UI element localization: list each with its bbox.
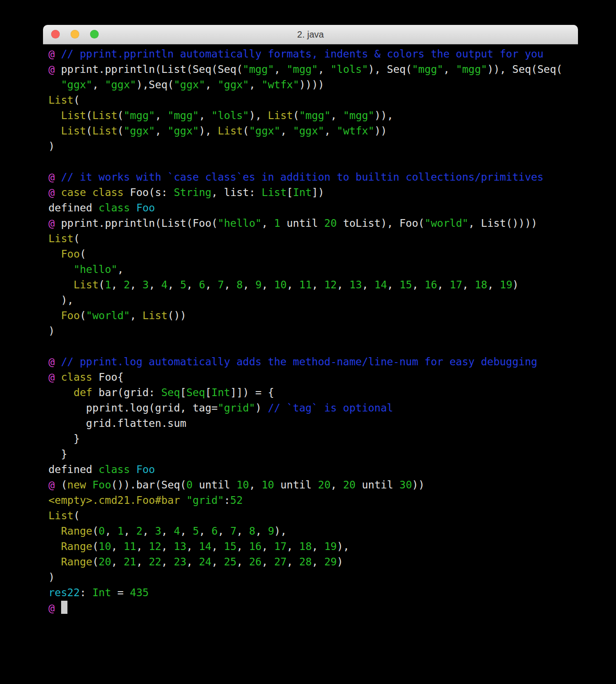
terminal-line: List(1, 2, 3, 4, 5, 6, 7, 8, 9, 10, 11, … [48, 277, 578, 292]
terminal-line: defined class Foo [48, 462, 578, 477]
terminal-line: @ (new Foo()).bar(Seq(0 until 10, 10 unt… [48, 477, 578, 493]
terminal-line: Range(10, 11, 12, 13, 14, 15, 16, 17, 18… [48, 539, 578, 554]
terminal-line: List(List("mgg", "mgg", "lols"), List("m… [48, 108, 578, 123]
window-controls [51, 30, 99, 38]
terminal-line [48, 154, 578, 169]
close-button[interactable] [51, 30, 60, 38]
terminal-line: pprint.log(grid, tag="grid") // `tag` is… [48, 400, 578, 416]
terminal-line: res22: Int = 435 [48, 585, 578, 600]
terminal-line: Range(20, 21, 22, 23, 24, 25, 26, 27, 28… [48, 554, 578, 569]
terminal-line: List( [48, 231, 578, 246]
terminal-line: "hello", [48, 262, 578, 277]
terminal-line [48, 339, 578, 354]
terminal-line: @ // pprint.log automatically adds the m… [48, 354, 578, 369]
terminal-line: } [48, 431, 578, 446]
terminal-line: @ [48, 600, 578, 616]
terminal-line: Range(0, 1, 2, 3, 4, 5, 6, 7, 8, 9), [48, 523, 578, 539]
terminal-line: <empty>.cmd21.Foo#bar "grid":52 [48, 493, 578, 508]
terminal-line: @ pprint.pprintln(List(Seq(Seq("mgg", "m… [48, 62, 578, 77]
terminal-cursor [61, 601, 67, 614]
terminal-line: ), [48, 292, 578, 308]
terminal-line: Foo( [48, 246, 578, 262]
terminal-line: List(List("ggx", "ggx"), List("ggx", "gg… [48, 123, 578, 139]
terminal-line: @ // pprint.pprintln automatically forma… [48, 46, 578, 62]
terminal-line: "ggx", "ggx"),Seq("ggx", "ggx", "wtfx"))… [48, 77, 578, 92]
terminal-line: Foo("world", List()) [48, 308, 578, 323]
terminal-line: grid.flatten.sum [48, 416, 578, 431]
terminal-line: ) [48, 323, 578, 339]
terminal-line: @ class Foo{ [48, 369, 578, 385]
terminal-line: @ case class Foo(s: String, list: List[I… [48, 185, 578, 200]
terminal-line: @ pprint.pprintln(List(Foo("hello", 1 un… [48, 215, 578, 231]
terminal-line: ) [48, 569, 578, 585]
terminal-line: @ // it works with `case class`es in add… [48, 169, 578, 185]
window-titlebar[interactable]: 2. java [43, 25, 578, 44]
terminal-line: def bar(grid: Seq[Seq[Int]]) = { [48, 385, 578, 400]
terminal-line: } [48, 446, 578, 462]
minimize-button[interactable] [71, 30, 79, 38]
zoom-button[interactable] [90, 30, 99, 38]
window-title: 2. java [43, 25, 578, 44]
terminal-window: 2. java @ // pprint.pprintln automatical… [43, 25, 578, 684]
terminal-output[interactable]: @ // pprint.pprintln automatically forma… [43, 44, 578, 616]
terminal-line: List( [48, 92, 578, 108]
terminal-line: defined class Foo [48, 200, 578, 215]
terminal-line: ) [48, 139, 578, 154]
terminal-line: List( [48, 508, 578, 523]
